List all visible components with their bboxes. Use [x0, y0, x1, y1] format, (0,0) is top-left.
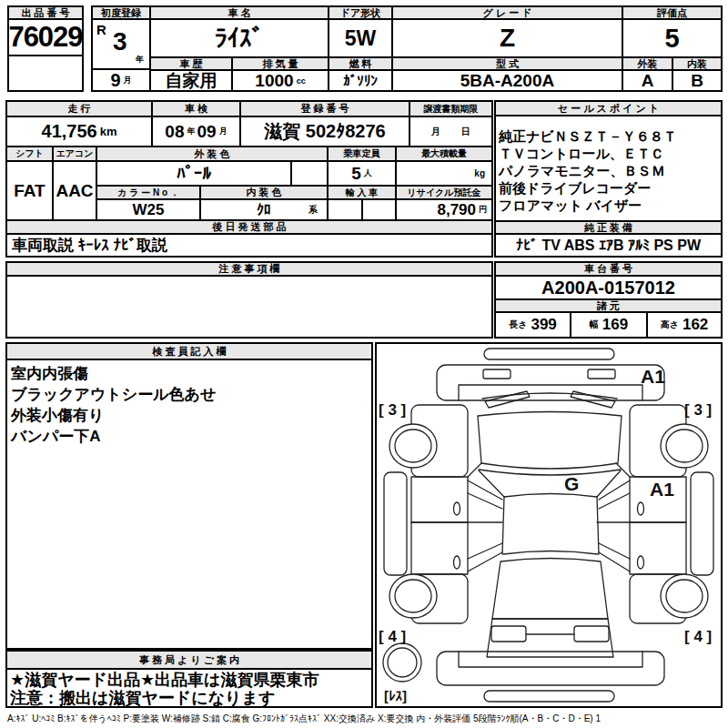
year-unit: 年	[136, 54, 144, 66]
length-label: 長さ	[509, 318, 527, 331]
score-label: 評価点	[622, 6, 722, 19]
equipment-label: 純 正 装 備	[495, 221, 722, 234]
inspector-note-line: 外装小傷有り	[11, 405, 368, 426]
history-value: 自家用	[150, 70, 232, 91]
registration-number-value: 滋賀 502ﾀ8276	[240, 116, 410, 147]
wheel-rear-right-inner	[666, 580, 703, 612]
inspection-year-unit: 年	[187, 126, 196, 137]
capacity-value: 5 人	[328, 161, 396, 186]
spec-height: 高さ 162	[647, 312, 722, 338]
office-notice-box: ★滋賀ヤード出品★出品車は滋賀県栗東市 注意：搬出は滋賀ヤードになります	[6, 669, 372, 707]
exterior-grade-value: A	[622, 70, 672, 91]
office-notice-line: ★滋賀ヤード出品★出品車は滋賀県栗東市	[10, 671, 369, 689]
lot-empty-cell	[8, 56, 83, 91]
tailgate-garnish-left	[491, 626, 526, 642]
car-damage-diagram: A1 [ 3 ] [ 3 ] G A1 [ 4 ] [ 4 ] [ﾚｽ]	[377, 344, 721, 706]
inspection-value: 08 年 09 月	[152, 116, 240, 147]
transfer-day-label: 日	[461, 126, 470, 138]
inspection-year: 08	[165, 122, 184, 142]
model-code-label: 型 式	[392, 57, 622, 70]
sales-point-line: ＴＶコントロール、ＥＴＣ	[496, 145, 721, 162]
mark-tire-rear-right: [ 4 ]	[684, 628, 712, 645]
car-name-label: 車 名	[150, 6, 329, 19]
spec-label: 諸 元	[495, 299, 722, 312]
mark-tire-front-right: [ 3 ]	[684, 401, 712, 419]
equipment-value: ﾅﾋﾞ TV ABS ｴｱB ｱﾙﾐ PS PW	[495, 234, 722, 257]
front-bumper-lip	[484, 349, 614, 359]
color-no-label: カ ラ ー N o ．	[96, 186, 200, 199]
rear-window	[492, 559, 608, 620]
windshield-base	[504, 494, 597, 498]
roof-rear-line	[503, 551, 598, 555]
capacity-unit: 人	[364, 167, 372, 179]
office-notice-label: 事 務 局 よ り ご 案 内	[6, 651, 372, 669]
sales-point-line: フロアマット バイザー	[496, 197, 721, 214]
exterior-color-empty-cell	[291, 161, 328, 186]
mileage-label: 走 行	[6, 101, 152, 116]
capacity-number: 5	[351, 164, 361, 184]
spare-tire-inner	[388, 648, 417, 677]
displacement-value: 1000 cc	[232, 70, 329, 91]
front-bumper	[437, 365, 664, 400]
door-shape-value: 5W	[329, 19, 392, 57]
damage-diagram-section: A1 [ 3 ] [ 3 ] G A1 [ 4 ] [ 4 ] [ﾚｽ]	[375, 342, 723, 708]
shift-label: シフト	[6, 147, 53, 161]
notes-label: 注 意 事 項 欄	[6, 262, 492, 276]
door-handle-front-right	[638, 502, 644, 515]
auction-sheet: { "top": { "lot_label": "出 品 番 号", "lot_…	[0, 0, 728, 728]
hood	[478, 412, 622, 470]
model-code-value: 5BA-A200A	[392, 70, 622, 91]
width-value: 169	[602, 316, 628, 334]
month-value: 9	[110, 70, 120, 91]
score-value: 5	[622, 19, 722, 57]
inspector-label: 検 査 員 記 入 欄	[6, 343, 372, 359]
pillar-band-front-left	[468, 480, 502, 509]
era-year: 3	[113, 27, 127, 56]
import-label: 輸 入 車	[328, 186, 396, 199]
interior-color-suffix: 系	[308, 204, 318, 217]
mileage-value: 41,756 km	[6, 116, 152, 147]
interior-grade-value: B	[672, 70, 722, 91]
mark-spare-tire: [ﾚｽ]	[384, 688, 407, 703]
interior-grade-label: 内装	[672, 57, 722, 70]
aircon-value: AAC	[53, 161, 96, 220]
mark-door-front-right: A1	[650, 479, 674, 500]
pillar-band-rear-left	[468, 543, 502, 571]
height-value: 162	[682, 316, 708, 334]
lot-number: 76029	[8, 19, 83, 56]
inspection-label: 車 検	[152, 101, 240, 116]
sales-point-line: 前後ドライブレコーダー	[496, 179, 721, 197]
recycle-fee-number: 8,790	[437, 201, 476, 219]
grille-line	[482, 393, 617, 399]
month-unit: 月	[124, 75, 132, 86]
import-empty-cell-1	[328, 199, 362, 220]
inspection-month-unit: 月	[219, 126, 228, 137]
first-registration-month: 9 月	[92, 69, 150, 91]
mileage-unit: km	[100, 125, 117, 138]
tailgate-garnish-right	[574, 626, 609, 642]
chassis-number-label: 車 台 番 号	[495, 262, 722, 276]
max-load-value: kg	[396, 161, 492, 186]
exterior-color-label: 外 装 色	[96, 147, 328, 161]
wheel-rear-left-inner	[395, 580, 431, 612]
aircon-label: エアコン	[53, 147, 96, 161]
interior-color-label: 内 装 色	[200, 186, 328, 199]
sales-point-line: パノラマモニター、ＢＳＭ	[496, 162, 721, 179]
inspector-note-line: ブラックアウトシール色あせ	[11, 384, 368, 405]
mileage-number: 41,756	[42, 121, 97, 142]
sales-points-label: セ ー ル ス ポ イ ン ト	[495, 101, 722, 116]
capacity-label: 乗車定員	[328, 147, 396, 161]
displacement-number: 1000	[255, 71, 293, 91]
mark-tire-front-left: [ 3 ]	[379, 401, 406, 419]
height-label: 高さ	[661, 318, 679, 331]
roof-sides	[502, 497, 599, 554]
sales-point-line: 純正ナビＮＳＺＴ－Ｙ６８Ｔ	[496, 127, 721, 145]
door-handle-rear-left	[454, 556, 460, 569]
registration-number-label: 登 録 番 号	[240, 101, 410, 116]
lot-number-label: 出 品 番 号	[8, 6, 83, 19]
wheel-front-right-inner	[666, 430, 703, 462]
rear-bumper-inner-line	[459, 652, 642, 667]
first-registration-year: R 3 年	[92, 19, 150, 69]
mark-front-bumper: A1	[641, 366, 665, 387]
cowl-line	[479, 470, 621, 475]
